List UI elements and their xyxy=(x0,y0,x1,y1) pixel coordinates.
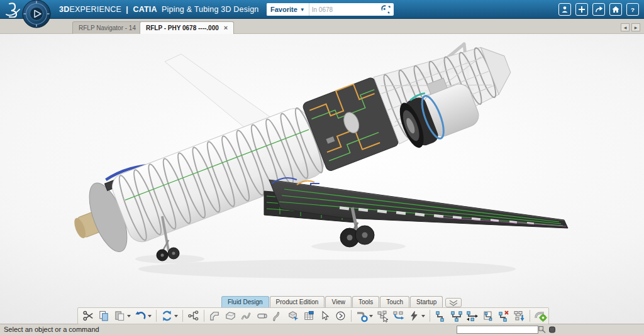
ribbon-tab-label: Startup xyxy=(416,299,436,305)
title-divider: | xyxy=(126,5,128,14)
3dexperience-compass[interactable] xyxy=(22,0,51,28)
ribbon-tab-label: Product Edition xyxy=(276,299,319,305)
bent-tube-button[interactable] xyxy=(270,309,286,323)
search-scope-dropdown[interactable]: Favorite ▼ xyxy=(267,3,309,16)
pipe-route-button[interactable] xyxy=(354,309,370,323)
network-select-icon xyxy=(377,310,389,322)
toolbar-separator xyxy=(430,310,430,322)
scissors-icon xyxy=(82,310,94,322)
ribbon-collapse-button[interactable] xyxy=(445,298,462,307)
flexible-hose-button[interactable] xyxy=(238,309,254,323)
pipe-cylinder-icon xyxy=(256,310,268,322)
copy-button[interactable] xyxy=(96,309,112,323)
tab-touch[interactable]: Touch xyxy=(380,296,409,307)
duct-bend-button[interactable] xyxy=(207,309,223,323)
tab-startup[interactable]: Startup xyxy=(410,296,443,307)
status-message: Select an object or a command xyxy=(4,324,99,335)
add-content-button[interactable] xyxy=(575,3,588,16)
flex-route-dropdown-caret[interactable] xyxy=(421,315,425,317)
home-icon xyxy=(611,5,620,14)
tab-scroll-controls: ◀ ▶ xyxy=(621,23,640,31)
route-branch-button[interactable] xyxy=(448,309,464,323)
pipe-route-dropdown-caret[interactable] xyxy=(369,315,373,317)
search-scope-label: Favorite xyxy=(270,6,297,13)
update-dropdown-caret[interactable] xyxy=(174,315,178,317)
toolbar-separator xyxy=(156,310,157,322)
select-pointer-button[interactable] xyxy=(317,309,333,323)
cut-button[interactable] xyxy=(80,309,96,323)
route-copy-button[interactable] xyxy=(480,309,496,323)
undo-dropdown-caret[interactable] xyxy=(148,315,152,317)
expand-commands-button[interactable] xyxy=(333,309,348,323)
tab-rflp-phy[interactable]: RFLP - PHY 0678 ----.000× xyxy=(140,21,234,34)
flexible-hose-icon xyxy=(240,310,252,322)
tab-product-edition[interactable]: Product Edition xyxy=(270,296,325,307)
undo-button[interactable] xyxy=(133,309,148,323)
route-new-button[interactable] xyxy=(433,309,448,323)
tab-tools[interactable]: Tools xyxy=(352,296,379,307)
pipe-cylinder-button[interactable] xyxy=(254,309,270,323)
application-titlebar: 3DEXPERIENCE | CATIA Piping & Tubing 3D … xyxy=(0,0,644,19)
search-input[interactable] xyxy=(309,4,377,15)
tab-view[interactable]: View xyxy=(325,296,352,307)
ribbon-tab-label: Fluid Design xyxy=(228,299,263,305)
page-title: 3DEXPERIENCE | CATIA Piping & Tubing 3D … xyxy=(59,0,258,19)
command-bar-icons xyxy=(538,326,556,334)
route-transfer-icon xyxy=(466,310,479,322)
brand-experience: EXPERIENCE xyxy=(69,5,121,14)
transfer-down-icon xyxy=(513,310,526,322)
power-input-icon[interactable] xyxy=(548,326,556,334)
route-branch-icon xyxy=(450,310,463,322)
piping-settings-icon xyxy=(534,309,548,323)
tab-fluid-design[interactable]: Fluid Design xyxy=(221,296,269,307)
svg-text:?: ? xyxy=(631,6,635,13)
action-bar-tabs: Fluid Design Product Edition View Tools … xyxy=(221,296,462,307)
right-wing[interactable] xyxy=(269,178,568,228)
tab-scroll-left-button[interactable]: ◀ xyxy=(621,23,630,31)
duct-bend-icon xyxy=(209,310,221,322)
pick-target-icon[interactable] xyxy=(538,326,546,334)
close-icon[interactable]: × xyxy=(224,24,228,31)
titlebar-actions: ? xyxy=(558,3,639,16)
paste-dropdown-caret[interactable] xyxy=(127,315,131,317)
copy-icon xyxy=(98,310,110,322)
toolbar-separator xyxy=(351,310,352,322)
transfer-down-button[interactable] xyxy=(511,309,527,323)
network-select-button[interactable] xyxy=(375,309,391,323)
flex-route-button[interactable] xyxy=(406,309,422,323)
undo-arrow-icon xyxy=(135,310,147,322)
global-search: Favorite ▼ xyxy=(267,3,394,16)
duct-straight-button[interactable] xyxy=(223,309,238,323)
help-button[interactable]: ? xyxy=(626,3,639,16)
update-button[interactable] xyxy=(159,309,175,323)
share-button[interactable] xyxy=(592,3,605,16)
route-new-icon xyxy=(435,310,447,322)
command-input[interactable] xyxy=(457,326,538,334)
paste-button[interactable] xyxy=(112,309,128,323)
tab-scroll-right-button[interactable]: ▶ xyxy=(631,23,640,31)
home-button[interactable] xyxy=(609,3,622,16)
pipe-route-icon xyxy=(356,310,369,322)
user-icon xyxy=(560,5,569,14)
place-component-button[interactable] xyxy=(286,309,301,323)
spec-table-button[interactable] xyxy=(301,309,317,323)
paste-icon xyxy=(114,310,126,322)
piping-settings-button[interactable] xyxy=(533,309,548,323)
ground-shadow xyxy=(135,241,516,278)
spec-table-icon xyxy=(303,310,315,322)
route-delete-icon xyxy=(497,310,510,322)
user-button[interactable] xyxy=(558,3,571,16)
route-delete-button[interactable] xyxy=(496,309,511,323)
tab-rflp-navigator[interactable]: RFLP Navigator - 14 xyxy=(72,21,142,34)
network-flow-button[interactable] xyxy=(391,309,406,323)
schematic-2d-button[interactable] xyxy=(186,309,201,323)
3d-viewport[interactable] xyxy=(0,34,644,324)
status-bar: Select an object or a command xyxy=(0,324,644,335)
route-copy-icon xyxy=(482,310,494,322)
aircraft-model[interactable] xyxy=(0,34,644,295)
fuselage[interactable] xyxy=(62,34,521,264)
lightning-icon xyxy=(409,310,419,321)
route-transfer-button[interactable] xyxy=(464,309,480,323)
ribbon-tab-label: View xyxy=(331,299,345,305)
tag-icon[interactable] xyxy=(380,4,392,16)
